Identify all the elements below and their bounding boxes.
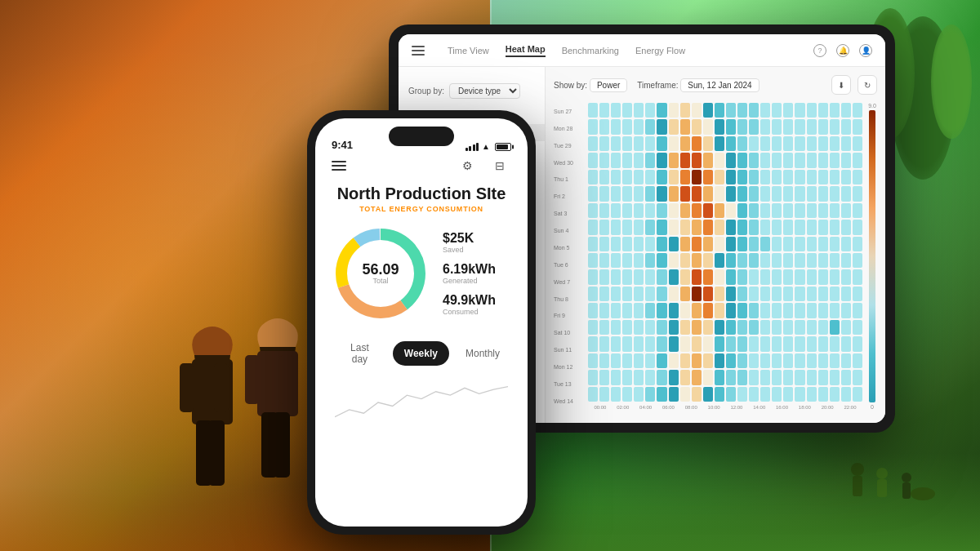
download-button[interactable]: ⬇ — [831, 75, 851, 95]
heatmap-cell[interactable] — [657, 320, 666, 335]
heatmap-cell[interactable] — [715, 103, 724, 118]
heatmap-cell[interactable] — [726, 136, 736, 151]
time-filter-weekly[interactable]: Weekly — [393, 341, 449, 366]
heatmap-cell[interactable] — [760, 220, 770, 234]
heatmap-cell[interactable] — [772, 136, 782, 151]
heatmap-cell[interactable] — [783, 303, 793, 318]
heatmap-cell[interactable] — [818, 320, 828, 335]
heatmap-cell[interactable] — [634, 153, 644, 167]
heatmap-cell[interactable] — [807, 103, 817, 118]
heatmap-cell[interactable] — [680, 320, 690, 335]
heatmap-cell[interactable] — [634, 237, 644, 251]
heatmap-cell[interactable] — [715, 303, 724, 318]
heatmap-cell[interactable] — [634, 320, 644, 335]
heatmap-cell[interactable] — [749, 170, 759, 184]
heatmap-cell[interactable] — [634, 387, 644, 402]
heatmap-cell[interactable] — [737, 320, 747, 335]
heatmap-cell[interactable] — [680, 370, 690, 384]
user-icon[interactable]: 👤 — [859, 44, 872, 57]
heatmap-cell[interactable] — [692, 370, 702, 384]
heatmap-cell[interactable] — [599, 220, 609, 234]
heatmap-cell[interactable] — [669, 336, 679, 351]
heatmap-cell[interactable] — [588, 103, 598, 118]
heatmap-cell[interactable] — [853, 186, 862, 201]
heatmap-cell[interactable] — [645, 269, 655, 284]
heatmap-cell[interactable] — [715, 170, 724, 184]
heatmap-cell[interactable] — [634, 287, 644, 301]
heatmap-cell[interactable] — [634, 103, 644, 118]
heatmap-cell[interactable] — [853, 387, 862, 402]
heatmap-cell[interactable] — [715, 253, 724, 268]
heatmap-cell[interactable] — [853, 253, 862, 268]
heatmap-cell[interactable] — [692, 203, 702, 218]
heatmap-cell[interactable] — [795, 153, 804, 167]
heatmap-cell[interactable] — [622, 269, 632, 284]
heatmap-cell[interactable] — [657, 353, 666, 368]
heatmap-cell[interactable] — [760, 103, 770, 118]
heatmap-cell[interactable] — [818, 136, 828, 151]
heatmap-cell[interactable] — [795, 353, 804, 368]
heatmap-cell[interactable] — [611, 186, 621, 201]
heatmap-cell[interactable] — [599, 269, 609, 284]
heatmap-cell[interactable] — [669, 220, 679, 234]
heatmap-cell[interactable] — [783, 353, 793, 368]
heatmap-cell[interactable] — [611, 287, 621, 301]
heatmap-cell[interactable] — [795, 103, 804, 118]
heatmap-cell[interactable] — [692, 237, 702, 251]
heatmap-cell[interactable] — [749, 303, 759, 318]
heatmap-cell[interactable] — [692, 136, 702, 151]
heatmap-cell[interactable] — [680, 387, 690, 402]
heatmap-cell[interactable] — [749, 387, 759, 402]
heatmap-cell[interactable] — [622, 203, 632, 218]
heatmap-cell[interactable] — [703, 353, 713, 368]
heatmap-cell[interactable] — [818, 287, 828, 301]
heatmap-cell[interactable] — [715, 269, 724, 284]
heatmap-cell[interactable] — [657, 237, 666, 251]
heatmap-cell[interactable] — [783, 186, 793, 201]
heatmap-cell[interactable] — [599, 387, 609, 402]
heatmap-cell[interactable] — [853, 136, 862, 151]
heatmap-cell[interactable] — [853, 237, 862, 251]
heatmap-cell[interactable] — [807, 253, 817, 268]
heatmap-cell[interactable] — [588, 237, 598, 251]
heatmap-cell[interactable] — [726, 253, 736, 268]
heatmap-cell[interactable] — [830, 153, 840, 167]
filter-select[interactable]: Device type — [449, 83, 520, 99]
heatmap-cell[interactable] — [599, 320, 609, 335]
heatmap-cell[interactable] — [703, 370, 713, 384]
heatmap-cell[interactable] — [783, 287, 793, 301]
heatmap-cell[interactable] — [634, 253, 644, 268]
heatmap-cell[interactable] — [622, 287, 632, 301]
heatmap-cell[interactable] — [611, 220, 621, 234]
heatmap-cell[interactable] — [807, 203, 817, 218]
heatmap-cell[interactable] — [669, 136, 679, 151]
heatmap-cell[interactable] — [807, 136, 817, 151]
heatmap-cell[interactable] — [622, 336, 632, 351]
heatmap-cell[interactable] — [760, 203, 770, 218]
phone-filter-icon[interactable]: ⊟ — [488, 154, 511, 177]
heatmap-cell[interactable] — [841, 237, 851, 251]
hamburger-menu[interactable] — [412, 46, 425, 56]
heatmap-cell[interactable] — [749, 186, 759, 201]
heatmap-cell[interactable] — [588, 336, 598, 351]
heatmap-cell[interactable] — [611, 269, 621, 284]
heatmap-cell[interactable] — [737, 220, 747, 234]
heatmap-cell[interactable] — [715, 320, 724, 335]
heatmap-cell[interactable] — [645, 353, 655, 368]
heatmap-cell[interactable] — [715, 203, 724, 218]
heatmap-cell[interactable] — [818, 203, 828, 218]
heatmap-cell[interactable] — [795, 303, 804, 318]
heatmap-cell[interactable] — [818, 153, 828, 167]
heatmap-cell[interactable] — [726, 186, 736, 201]
heatmap-cell[interactable] — [853, 220, 862, 234]
heatmap-cell[interactable] — [680, 269, 690, 284]
heatmap-cell[interactable] — [818, 253, 828, 268]
heatmap-cell[interactable] — [703, 203, 713, 218]
heatmap-cell[interactable] — [807, 353, 817, 368]
heatmap-cell[interactable] — [830, 287, 840, 301]
heatmap-cell[interactable] — [669, 170, 679, 184]
heatmap-cell[interactable] — [807, 336, 817, 351]
heatmap-cell[interactable] — [669, 153, 679, 167]
heatmap-cell[interactable] — [611, 303, 621, 318]
heatmap-cell[interactable] — [726, 153, 736, 167]
